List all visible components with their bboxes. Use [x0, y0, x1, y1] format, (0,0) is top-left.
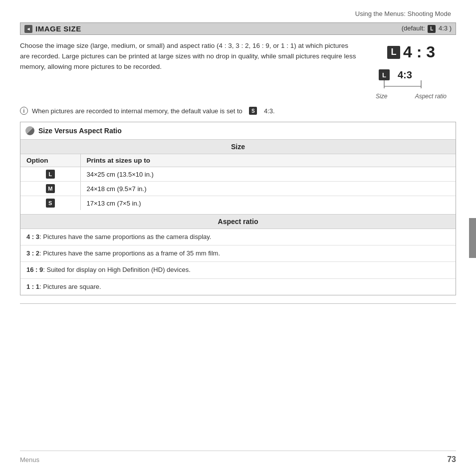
box-header-row: Size Versus Aspect Ratio: [20, 122, 456, 140]
table-row: M24×18 cm (9.5×7 in.): [20, 182, 456, 196]
default-close: ): [450, 24, 452, 32]
option-cell: L: [20, 167, 80, 182]
title-text: IMAGE SIZE: [35, 24, 81, 33]
size-ratio-text: 4 : 3: [403, 43, 435, 61]
table-row: S17×13 cm (7×5 in.): [20, 196, 456, 211]
box-header-title: Size Versus Aspect Ratio: [38, 127, 122, 135]
aspect-key: 3 : 2: [26, 249, 39, 257]
note-badge: S: [249, 107, 257, 115]
footer-right: 73: [447, 455, 456, 464]
print-size-cell: 17×13 cm (7×5 in.): [80, 196, 456, 211]
aspect-rows-container: 4 : 3: Pictures have the same proportion…: [20, 229, 456, 295]
col-option: Option: [20, 154, 80, 167]
svg-text:L: L: [382, 71, 386, 79]
aspect-description: : Pictures have the same proportions as …: [39, 249, 220, 257]
size-display-badge: L: [387, 46, 400, 59]
option-badge: S: [46, 199, 55, 208]
bottom-rule: [20, 303, 456, 304]
size-table: Option Prints at sizes up to L34×25 cm (…: [20, 154, 456, 210]
menu-icon: ◄: [24, 25, 32, 33]
title-left: ◄ IMAGE SIZE: [24, 24, 81, 33]
bullet-icon: [25, 126, 34, 135]
note-suffix: 4:3.: [264, 107, 275, 115]
content-right: L 4 : 3 L 4:3: [366, 41, 456, 100]
print-size-cell: 24×18 cm (9.5×7 in.): [80, 182, 456, 196]
title-default: (default: L 4:3 ): [402, 24, 452, 33]
header-title: Using the Menus: Shooting Mode: [355, 10, 451, 17]
note-line: i When pictures are recorded to internal…: [20, 107, 456, 115]
default-size-badge: L: [428, 25, 436, 33]
footer-left: Menus: [20, 456, 39, 464]
aspect-row: 4 : 3: Pictures have the same proportion…: [20, 229, 456, 245]
aspect-section-header: Aspect ratio: [20, 215, 456, 229]
title-bar: ◄ IMAGE SIZE (default: L 4:3 ): [20, 22, 456, 35]
diagram-size-label: Size: [376, 93, 387, 100]
intro-text: Choose the image size (large, medium, or…: [20, 41, 356, 100]
aspect-row: 1 : 1: Pictures are square.: [20, 279, 456, 295]
option-badge: L: [46, 170, 55, 179]
note-text: When pictures are recorded to internal m…: [32, 107, 242, 115]
diagram-svg: L 4:3: [374, 65, 449, 90]
aspect-row: 3 : 2: Pictures have the same proportion…: [20, 245, 456, 262]
default-label: (default:: [402, 24, 425, 32]
content-row: Choose the image size (large, medium, or…: [20, 41, 456, 100]
aspect-key: 1 : 1: [26, 283, 39, 290]
option-cell: S: [20, 196, 80, 211]
aspect-description: : Suited for display on High Definition …: [43, 266, 191, 273]
option-cell: M: [20, 182, 80, 196]
page-container: Using the Menus: Shooting Mode ◄ IMAGE S…: [0, 0, 476, 476]
aspect-key: 16 : 9: [26, 266, 43, 273]
print-size-cell: 34×25 cm (13.5×10 in.): [80, 167, 456, 182]
default-ratio: 4:3: [439, 24, 448, 32]
table-row: L34×25 cm (13.5×10 in.): [20, 167, 456, 182]
page-footer: Menus 73: [20, 451, 456, 464]
aspect-key: 4 : 3: [26, 233, 39, 240]
diagram-aspect-label: Aspect ratio: [415, 93, 447, 100]
option-badge: M: [46, 184, 55, 193]
aspect-row: 16 : 9: Suited for display on High Defin…: [20, 262, 456, 278]
info-icon: i: [20, 107, 28, 115]
diagram-labels: Size Aspect ratio: [374, 93, 449, 100]
size-section-header: Size: [20, 140, 456, 154]
diagram-container: L 4:3 Size Aspect ra: [374, 65, 449, 100]
aspect-description: : Pictures have the same proportions as …: [39, 233, 211, 240]
page-header: Using the Menus: Shooting Mode: [20, 10, 456, 17]
aspect-description: : Pictures are square.: [39, 283, 101, 290]
svg-text:4:3: 4:3: [398, 69, 412, 80]
col-prints: Prints at sizes up to: [80, 154, 456, 167]
size-display: L 4 : 3: [387, 43, 435, 61]
main-box: Size Versus Aspect Ratio Size Option Pri…: [20, 122, 456, 295]
aspect-section: Aspect ratio 4 : 3: Pictures have the sa…: [20, 214, 456, 295]
right-tab: [469, 218, 476, 258]
